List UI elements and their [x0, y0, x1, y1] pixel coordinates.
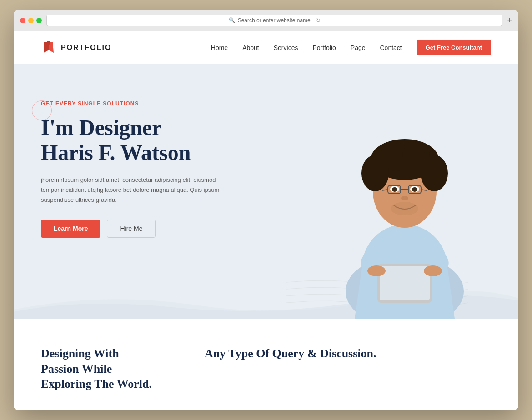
hero-title: I'm Designer Haris F. Watson [41, 115, 268, 165]
refresh-icon: ↻ [316, 17, 321, 24]
nav-item-portfolio[interactable]: Portfolio [312, 44, 336, 51]
nav-item-page[interactable]: Page [351, 44, 366, 51]
search-icon: 🔍 [229, 17, 235, 23]
nav-item-contact[interactable]: Contact [380, 44, 402, 51]
svg-rect-2 [47, 41, 50, 45]
hero-tagline: GET EVERY SINGLE SOLUTIONS. [41, 100, 268, 107]
maximize-button[interactable] [36, 18, 42, 23]
bottom-section: Designing With Passion While Exploring T… [14, 319, 518, 410]
nav-cta-button[interactable]: Get Free Consultant [417, 40, 491, 55]
new-tab-button[interactable]: + [507, 16, 512, 25]
nav-item-about[interactable]: About [242, 44, 259, 51]
hero-buttons: Learn More Hire Me [41, 220, 268, 238]
hero-description: jhorem rfpsum golor sidt amet, consectet… [41, 175, 232, 205]
browser-window: 🔍 Search or enter website name ↻ + PORTF… [14, 10, 518, 410]
minimize-button[interactable] [28, 18, 34, 23]
nav-links: Home About Services Portfolio Page Conta… [211, 40, 491, 55]
hero-section: GET EVERY SINGLE SOLUTIONS. I'm Designer… [14, 64, 518, 319]
close-button[interactable] [20, 18, 25, 23]
svg-point-25 [424, 265, 442, 276]
learn-more-button[interactable]: Learn More [41, 220, 100, 238]
logo-icon [41, 40, 56, 55]
hire-me-button[interactable]: Hire Me [107, 220, 156, 238]
svg-point-13 [392, 187, 397, 192]
nav-item-home[interactable]: Home [211, 44, 228, 51]
bottom-query-text: Any Type Of Query & Discussion. [205, 347, 376, 360]
svg-point-24 [367, 265, 386, 276]
hero-title-line2: Haris F. Watson [41, 140, 191, 165]
hero-content: GET EVERY SINGLE SOLUTIONS. I'm Designer… [41, 91, 268, 238]
svg-rect-23 [380, 266, 430, 300]
bottom-tagline: Designing With Passion While Exploring T… [41, 346, 159, 392]
browser-chrome: 🔍 Search or enter website name ↻ + [14, 10, 518, 31]
nav-item-services[interactable]: Services [274, 44, 298, 51]
hero-person-image [327, 100, 482, 319]
address-text: Search or enter website name [238, 17, 311, 24]
navbar: PORTFOLIO Home About Services Portfolio … [14, 31, 518, 64]
website-content: PORTFOLIO Home About Services Portfolio … [14, 31, 518, 410]
svg-point-14 [412, 187, 417, 192]
svg-point-10 [402, 142, 430, 168]
address-bar[interactable]: 🔍 Search or enter website name ↻ [46, 15, 502, 26]
svg-point-21 [391, 202, 418, 215]
svg-point-20 [401, 196, 408, 200]
logo-text: PORTFOLIO [61, 44, 111, 52]
hero-title-line1: I'm Designer [41, 115, 161, 140]
bottom-query: Any Type Of Query & Discussion. [205, 346, 376, 392]
logo: PORTFOLIO [41, 40, 111, 55]
traffic-lights [20, 18, 42, 23]
